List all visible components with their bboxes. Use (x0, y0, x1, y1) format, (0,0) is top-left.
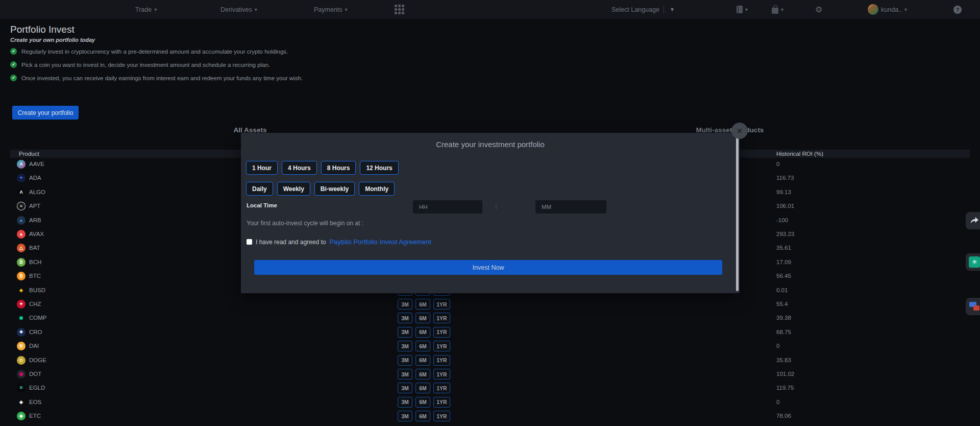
term-6m-button[interactable]: 6M (415, 313, 430, 323)
frequency-daily-button[interactable]: Daily (246, 182, 273, 196)
username: kunda.. (881, 6, 902, 13)
bag-icon (772, 8, 778, 14)
coin-symbol: BUSD (29, 283, 45, 297)
term-1yr-button[interactable]: 1YR (433, 383, 450, 393)
term-buttons: 3M6M1YR (398, 299, 450, 310)
coin-symbol: CRO (29, 325, 42, 339)
nav-menu-derivatives[interactable]: Derivatives ▾ (220, 0, 257, 19)
term-6m-button[interactable]: 6M (415, 397, 430, 408)
term-1yr-button[interactable]: 1YR (433, 341, 450, 351)
term-3m-button[interactable]: 3M (398, 383, 412, 393)
apt-coin-icon: ≡ (17, 202, 26, 210)
chat-floating-button[interactable] (966, 298, 980, 315)
language-label: Select Language (611, 6, 659, 13)
roi-value: 0.01 (776, 283, 788, 297)
frequency-weekly-button[interactable]: Weekly (277, 182, 310, 196)
modal-scrollbar[interactable] (736, 135, 739, 291)
invest-now-button[interactable]: Invest Now (254, 260, 722, 275)
wallet-menu-button[interactable]: ▾ (772, 0, 783, 19)
close-icon: ✕ (737, 127, 743, 135)
interval-8-hours-button[interactable]: 8 Hours (321, 161, 356, 175)
nav-menu-trade[interactable]: Trade ▾ (135, 0, 157, 19)
term-1yr-button[interactable]: 1YR (433, 313, 450, 323)
roi-value: 17.09 (776, 255, 791, 269)
interval-4-hours-button[interactable]: 4 Hours (282, 161, 317, 175)
coin-symbol: ADA (29, 171, 41, 185)
term-1yr-button[interactable]: 1YR (433, 355, 450, 366)
avatar (868, 4, 878, 15)
table-row: ◉DOT3M6M1YR101.02 (10, 367, 970, 381)
term-3m-button[interactable]: 3M (398, 327, 412, 338)
language-dropdown-button[interactable]: ▼ (670, 0, 675, 19)
book-icon (737, 6, 743, 13)
aave-coin-icon: Λ (17, 160, 26, 169)
term-3m-button[interactable]: 3M (398, 341, 412, 351)
interval-12-hours-button[interactable]: 12 Hours (360, 161, 398, 175)
product-column-header: Product (19, 150, 39, 158)
create-portfolio-modal: Create your investment portfolio 1 Hour … (241, 133, 740, 293)
btc-coin-icon: ₿ (17, 272, 26, 280)
cro-coin-icon: ❖ (17, 328, 26, 337)
roi-value: 116.73 (776, 171, 794, 185)
dot-coin-icon: ◉ (17, 370, 26, 378)
term-3m-button[interactable]: 3M (398, 313, 412, 323)
chevron-down-icon: ▾ (345, 7, 348, 12)
share-floating-button[interactable] (966, 212, 980, 229)
term-1yr-button[interactable]: 1YR (433, 397, 450, 408)
term-3m-button[interactable]: 3M (398, 355, 412, 366)
coin-symbol: AAVE (29, 157, 44, 171)
bch-coin-icon: ₿ (17, 258, 26, 267)
term-6m-button[interactable]: 6M (415, 299, 430, 310)
check-icon: ✔ (10, 48, 17, 55)
frequency-bi-weekly-button[interactable]: Bi-weekly (314, 182, 355, 196)
hour-input[interactable] (413, 200, 482, 214)
term-3m-button[interactable]: 3M (398, 299, 412, 310)
agreement-link[interactable]: Paybito Portfolio Invest Agreement (329, 238, 431, 246)
coin-symbol: BTC (29, 269, 41, 283)
term-6m-button[interactable]: 6M (415, 369, 430, 380)
roi-value: 293.23 (776, 227, 794, 241)
agreement-checkbox[interactable] (247, 239, 252, 245)
orders-menu-button[interactable]: ▾ (737, 0, 748, 19)
term-1yr-button[interactable]: 1YR (433, 327, 450, 338)
term-1yr-button[interactable]: 1YR (433, 299, 450, 310)
coin-symbol: ALGO (29, 185, 45, 199)
frequency-monthly-button[interactable]: Monthly (359, 182, 395, 196)
modal-close-button[interactable]: ✕ (731, 123, 748, 139)
term-6m-button[interactable]: 6M (415, 383, 430, 393)
chevron-down-icon: ▾ (904, 7, 907, 12)
term-1yr-button[interactable]: 1YR (433, 411, 450, 421)
roi-value: -100 (776, 214, 788, 227)
roi-value: 0 (776, 157, 779, 171)
bullet-text: Once invested, you can receive daily ear… (21, 75, 303, 81)
nav-menu-payments[interactable]: Payments ▾ (314, 0, 348, 19)
minute-input[interactable] (535, 200, 606, 214)
apps-grid-button[interactable] (395, 0, 404, 19)
apps-grid-icon (395, 5, 404, 14)
roi-value: 39.38 (776, 311, 791, 325)
term-3m-button[interactable]: 3M (398, 411, 412, 421)
page-title: Portfolio Invest (10, 24, 75, 35)
create-portfolio-button[interactable]: Create your portfolio (12, 106, 79, 120)
settings-button[interactable]: ⚙ (815, 0, 822, 19)
term-1yr-button[interactable]: 1YR (433, 369, 450, 380)
term-6m-button[interactable]: 6M (415, 411, 430, 421)
assistant-floating-button[interactable]: ✳ (966, 253, 980, 271)
help-button[interactable]: ? (953, 0, 962, 19)
etc-coin-icon: ◆ (17, 412, 26, 420)
term-6m-button[interactable]: 6M (415, 327, 430, 338)
term-3m-button[interactable]: 3M (398, 397, 412, 408)
nav-menu-derivatives-label: Derivatives (220, 6, 252, 13)
term-3m-button[interactable]: 3M (398, 369, 412, 380)
coin-symbol: DAI (29, 339, 39, 353)
chat-bubble-icon (973, 305, 979, 311)
term-6m-button[interactable]: 6M (415, 355, 430, 366)
table-row: ĐDAI3M6M1YR0 (10, 339, 970, 353)
table-row: ◆ETC3M6M1YR78.06 (10, 409, 970, 423)
interval-1-hour-button[interactable]: 1 Hour (246, 161, 278, 175)
user-menu-button[interactable]: kunda.. ▾ (868, 0, 907, 19)
term-6m-button[interactable]: 6M (415, 341, 430, 351)
language-selector[interactable]: Select Language (611, 0, 659, 19)
roi-value: 101.02 (776, 367, 794, 381)
coin-symbol: ARB (29, 214, 41, 227)
